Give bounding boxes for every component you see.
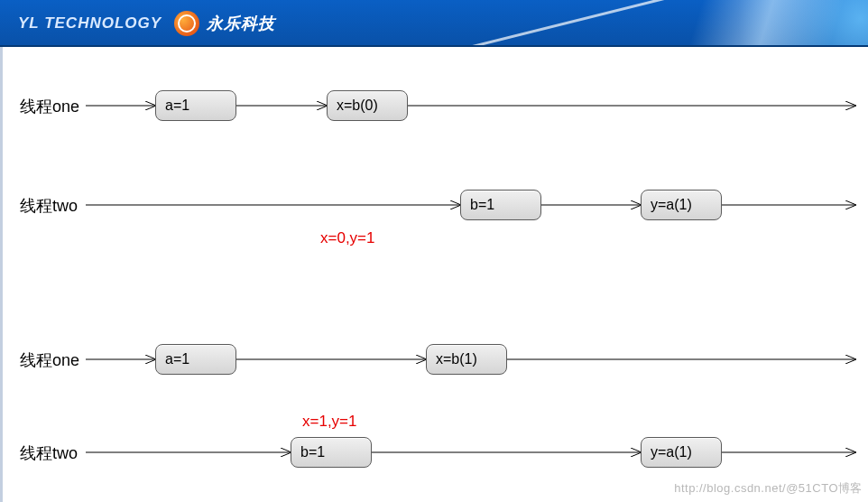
thread-label: 线程two (20, 442, 78, 464)
op-box: a=1 (155, 344, 236, 375)
header-bar: YL TECHNOLOGY 永乐科技 (0, 0, 868, 47)
op-text: b=1 (300, 444, 325, 460)
brand-text-en: YL TECHNOLOGY (18, 14, 162, 33)
op-text: a=1 (165, 351, 189, 367)
result-text: x=1,y=1 (302, 413, 357, 431)
op-box: x=b(1) (426, 344, 507, 375)
thread-label: 线程one (20, 96, 79, 117)
op-text: x=b(0) (337, 98, 378, 114)
op-box: x=b(0) (327, 90, 408, 121)
op-box: a=1 (155, 90, 236, 121)
diagram-canvas: 线程one a=1 x=b(0) 线程two b=1 y=a(1) x=0,y=… (0, 47, 868, 502)
op-text: a=1 (165, 98, 189, 114)
op-text: x=b(1) (436, 351, 477, 367)
brand: YL TECHNOLOGY 永乐科技 (18, 0, 275, 47)
op-box: y=a(1) (641, 437, 722, 468)
thread-label: 线程two (20, 195, 78, 217)
diagram-arrows (0, 47, 868, 502)
op-box: b=1 (460, 190, 541, 220)
op-text: b=1 (470, 197, 494, 213)
header-shard (528, 0, 868, 47)
thread-label: 线程one (20, 349, 79, 371)
brand-logo-icon (174, 11, 199, 36)
op-text: y=a(1) (651, 444, 692, 460)
result-text: x=0,y=1 (320, 229, 375, 247)
watermark-text: http://blog.csdn.net/@51CTO博客 (674, 480, 863, 497)
brand-text-cn: 永乐科技 (207, 13, 275, 34)
op-box: b=1 (291, 437, 372, 468)
op-text: y=a(1) (651, 197, 692, 213)
op-box: y=a(1) (641, 190, 722, 220)
